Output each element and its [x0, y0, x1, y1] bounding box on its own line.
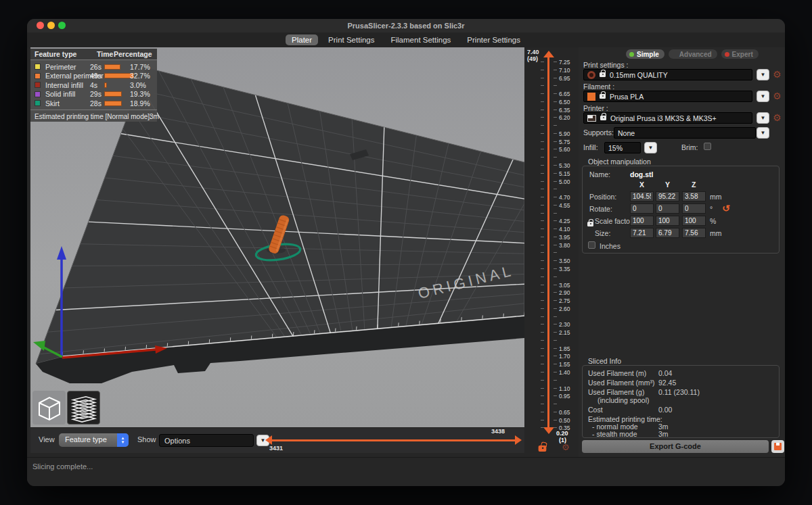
feature-percentage: 32.7%: [130, 72, 150, 80]
layer-tick[interactable]: 5.00: [524, 178, 579, 185]
tab-print-settings[interactable]: Print Settings: [322, 34, 380, 45]
printer-dropdown-button[interactable]: ▼: [757, 112, 769, 124]
rotate-y-field[interactable]: [656, 203, 679, 214]
sliced-info-value: 0.11 (230.11): [658, 388, 700, 396]
legend-row: Perimeter 26s 17.7%: [30, 62, 157, 72]
layer-tick[interactable]: [524, 337, 579, 343]
layer-tick[interactable]: [524, 154, 579, 160]
layers-preview-button[interactable]: [67, 391, 100, 425]
filament-dropdown-button[interactable]: ▼: [757, 91, 769, 102]
layer-tick[interactable]: 7.10: [524, 67, 579, 73]
layer-tick[interactable]: 3.95: [524, 234, 579, 240]
supports-combo[interactable]: None: [614, 127, 756, 139]
layer-tick[interactable]: 4.70: [524, 194, 579, 200]
layer-tick[interactable]: 3.80: [524, 242, 579, 248]
filament-gear-icon[interactable]: ⚙: [773, 91, 782, 102]
layer-tick[interactable]: 5.75: [524, 139, 579, 145]
layer-tick[interactable]: 6.50: [524, 99, 579, 105]
mode-simple-button[interactable]: Simple: [626, 49, 664, 59]
layer-range-lock-icon[interactable]: [539, 446, 547, 452]
layer-tick[interactable]: 2.60: [524, 306, 579, 312]
layer-tick[interactable]: 3.35: [524, 266, 579, 272]
print-settings-gear-icon[interactable]: ⚙: [773, 69, 782, 80]
layer-tick[interactable]: 7.25: [524, 59, 579, 65]
position-z-field[interactable]: [682, 191, 706, 201]
rotate-z-field[interactable]: [682, 203, 706, 214]
printer-gear-icon[interactable]: ⚙: [773, 112, 782, 124]
layer-tick[interactable]: 5.30: [524, 162, 579, 168]
layer-tick[interactable]: [524, 377, 579, 383]
layer-tick[interactable]: 2.90: [524, 289, 579, 295]
show-options-combo[interactable]: Options: [159, 434, 254, 447]
layer-tick[interactable]: [524, 210, 579, 216]
layer-tick[interactable]: 0.65: [524, 409, 579, 415]
sliced-info-label: Used Filament (g): [588, 388, 644, 396]
layer-tick[interactable]: 0.35: [524, 425, 579, 431]
layer-tick[interactable]: 6.35: [524, 107, 579, 113]
3d-scene[interactable]: ORIGINAL: [30, 47, 524, 427]
layer-tick[interactable]: 0.50: [524, 417, 579, 423]
layer-tick[interactable]: 4.25: [524, 218, 579, 224]
brim-checkbox[interactable]: [704, 143, 711, 150]
scale-z-field[interactable]: [682, 216, 706, 226]
size-x-field[interactable]: [630, 228, 654, 238]
layer-tick[interactable]: 2.30: [524, 321, 579, 327]
layer-tick[interactable]: 1.85: [524, 345, 579, 352]
layer-tick[interactable]: [524, 122, 579, 128]
infill-dropdown-button[interactable]: ▼: [644, 142, 657, 153]
mode-expert-button[interactable]: Expert: [721, 49, 759, 59]
layer-tick[interactable]: 5.60: [524, 146, 579, 152]
export-to-sd-button[interactable]: [771, 440, 784, 453]
layer-tick[interactable]: [524, 274, 579, 280]
infill-combo[interactable]: 15%: [604, 142, 641, 153]
layer-tick[interactable]: 0.95: [524, 393, 579, 399]
layer-slider-upper-thumb[interactable]: [543, 51, 554, 57]
tab-plater[interactable]: Plater: [286, 34, 318, 45]
layer-tick[interactable]: 1.70: [524, 353, 579, 359]
move-slider-track[interactable]: [271, 439, 516, 441]
scale-y-field[interactable]: [656, 216, 679, 226]
layer-tick[interactable]: 6.65: [524, 91, 579, 97]
layer-tick[interactable]: 5.15: [524, 170, 579, 176]
export-gcode-button[interactable]: Export G-code: [582, 440, 769, 453]
layer-tick[interactable]: [524, 249, 579, 256]
print-settings-dropdown-button[interactable]: ▼: [757, 69, 769, 80]
layer-tick[interactable]: [524, 401, 579, 407]
move-slider-left-thumb[interactable]: [265, 435, 272, 445]
position-y-field[interactable]: [656, 191, 679, 201]
layer-tick[interactable]: 6.20: [524, 114, 579, 120]
size-z-field[interactable]: [682, 228, 706, 238]
layer-tick[interactable]: 1.40: [524, 369, 579, 375]
layer-tick[interactable]: 4.10: [524, 226, 579, 232]
filament-combo[interactable]: Prusa PLA: [583, 91, 752, 102]
layer-tick[interactable]: 4.55: [524, 202, 579, 208]
layer-tick[interactable]: 3.05: [524, 282, 579, 288]
layer-tick[interactable]: [524, 314, 579, 320]
move-slider-right-thumb[interactable]: [515, 435, 522, 445]
3d-editor-view-button[interactable]: [32, 391, 66, 425]
rotate-x-field[interactable]: [630, 203, 654, 214]
layer-tick[interactable]: 2.75: [524, 297, 579, 304]
tab-printer-settings[interactable]: Printer Settings: [461, 34, 526, 45]
slider-settings-gear-icon[interactable]: ⚙: [562, 442, 570, 452]
inches-checkbox[interactable]: [588, 241, 595, 249]
size-y-field[interactable]: [656, 228, 679, 238]
layer-tick[interactable]: 5.90: [524, 130, 579, 137]
mode-advanced-button[interactable]: Advanced: [669, 49, 717, 59]
layer-tick[interactable]: 3.50: [524, 258, 579, 264]
print-settings-combo[interactable]: 0.15mm QUALITY: [583, 69, 752, 80]
layer-tick[interactable]: [524, 186, 579, 192]
view-type-select[interactable]: Feature type ▲▼: [59, 433, 129, 447]
layer-tick[interactable]: 1.55: [524, 361, 579, 367]
layer-tick[interactable]: 1.10: [524, 385, 579, 391]
position-x-field[interactable]: [630, 191, 654, 201]
select-stepper-icon: ▲▼: [117, 433, 129, 447]
reset-rotation-icon[interactable]: ↺: [722, 203, 730, 214]
scale-x-field[interactable]: [630, 216, 654, 226]
printer-combo[interactable]: Original Prusa i3 MK3S & MK3S+: [583, 112, 752, 124]
layer-tick[interactable]: [524, 82, 579, 89]
layer-tick[interactable]: 2.15: [524, 329, 579, 335]
tab-filament-settings[interactable]: Filament Settings: [384, 34, 457, 45]
layer-tick[interactable]: 6.95: [524, 75, 579, 81]
supports-dropdown-button[interactable]: ▼: [757, 127, 769, 139]
